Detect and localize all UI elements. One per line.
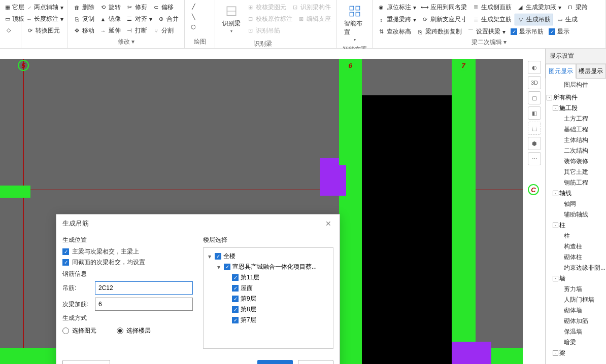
tree-node[interactable]: 砌体加筋	[546, 316, 606, 326]
delete-button[interactable]: 🗑删除	[71, 2, 96, 13]
floor-tree-item[interactable]: ✓屋面	[207, 283, 330, 294]
tree-node[interactable]: 柱	[546, 231, 606, 241]
tree-node[interactable]: 基础工程	[546, 124, 606, 135]
view-tool-cube[interactable]: ▢	[528, 91, 541, 104]
floor-tree-item[interactable]: ✓第7层	[207, 315, 330, 325]
floor-tree[interactable]: ▾✓全楼 ▾✓宣恩县产城融合一体化项目蔡... ✓第11层✓屋面✓第9层✓第8层…	[203, 247, 333, 349]
tree-node[interactable]: 土方工程	[546, 114, 606, 124]
identify-beam-big[interactable]: 识别梁▾	[218, 2, 245, 46]
span-data-copy[interactable]: ⎘梁跨数据复制	[414, 26, 464, 37]
svg-rect-2	[350, 6, 354, 10]
verify-origin-annotation[interactable]: ⊟校核原位标注	[245, 14, 294, 24]
same-section-sub-check[interactable]: ✓同截面的次梁相交，均设置	[62, 258, 193, 267]
gen-erection-rebar[interactable]: ≣生成架立筋	[470, 14, 514, 25]
ribbon-item[interactable]: ▦它层	[3, 2, 18, 13]
move-button[interactable]: ✥移动	[71, 25, 96, 36]
view-help-button[interactable]: 查看说明	[62, 360, 110, 364]
offset-button[interactable]: ⊂偏移	[150, 2, 176, 13]
tree-node[interactable]: -梁	[546, 348, 606, 358]
ribbon-item[interactable]: ▭顶板	[3, 14, 18, 24]
select-floor-radio[interactable]: 选择楼层	[117, 326, 151, 335]
tree-node[interactable]: 构造柱	[546, 241, 606, 252]
tree-node[interactable]: 砌体柱	[546, 252, 606, 263]
component-tree[interactable]: -所有构件-施工段土方工程基础工程主体结构二次结构装饰装修其它土建钢筋工程-轴线…	[546, 91, 606, 364]
tree-node[interactable]: 其它土建	[546, 167, 606, 177]
cancel-button[interactable]: 取消	[298, 360, 333, 364]
tree-node[interactable]: -墙	[546, 273, 606, 284]
close-icon[interactable]: ✕	[323, 219, 333, 229]
refresh-support-dim[interactable]: ⟳刷新支座尺寸	[419, 14, 469, 25]
extend-button[interactable]: →延伸	[97, 25, 123, 36]
tree-node[interactable]: 约束边缘非阴...	[546, 263, 606, 273]
svg-rect-3	[356, 6, 360, 10]
set-arch-beam[interactable]: ⌒设置拱梁 ▾	[465, 26, 508, 37]
gen-stirrup-button[interactable]: ▽生成吊筋	[515, 14, 553, 25]
draw-line[interactable]: ╱	[188, 2, 212, 11]
apply-same-beam[interactable]: ⟷应用到同名梁	[419, 2, 469, 13]
show-check[interactable]: ✓显示	[547, 26, 571, 37]
tree-node[interactable]: 主体结构	[546, 135, 606, 145]
check-elevation[interactable]: ⇅查改标高	[376, 26, 413, 37]
tree-node[interactable]: 暗梁	[546, 337, 606, 348]
floor-tree-item[interactable]: ✓第8层	[207, 304, 330, 315]
trim-button[interactable]: ✂修剪	[124, 2, 149, 13]
identify-beam-component[interactable]: ⊡识别梁构件	[289, 2, 333, 13]
break-button[interactable]: ⊣打断	[124, 25, 149, 36]
tab-floor-display[interactable]: 楼层显示	[576, 64, 607, 79]
split-button[interactable]: ⑂分割	[150, 25, 176, 36]
beam-span[interactable]: ⊓梁跨	[564, 2, 590, 13]
tree-node[interactable]: -轴线	[546, 188, 606, 199]
tree-node[interactable]: 轴网	[546, 199, 606, 209]
ok-button[interactable]: 确定	[257, 360, 293, 364]
gen-button[interactable]: ▭生成	[554, 14, 580, 25]
main-sub-intersect-check[interactable]: ✓主梁与次梁相交，主梁上	[62, 247, 193, 256]
section-label: 生成位置	[62, 236, 193, 244]
tree-node[interactable]: 人防门框墙	[546, 295, 606, 305]
origin-annotation[interactable]: ◉原位标注 ▾	[376, 2, 418, 13]
tree-node[interactable]: 辅助轴线	[546, 209, 606, 220]
identify-stirrup[interactable]: ⊡识别吊筋	[245, 25, 282, 36]
align-button[interactable]: ☰对齐 ▾	[124, 14, 154, 24]
view-tool-iso[interactable]: ◧	[528, 106, 541, 120]
tab-element-display[interactable]: 图元显示	[546, 64, 576, 79]
tree-node[interactable]: 钢筋工程	[546, 177, 606, 188]
tree-node[interactable]: -施工段	[546, 103, 606, 114]
show-stirrup-check[interactable]: ✓显示吊筋	[509, 26, 546, 37]
view-tool-more[interactable]: ⋯	[528, 152, 541, 165]
convert-element[interactable]: ⟳转换图元	[24, 25, 64, 36]
view-tool-globe[interactable]: ◐	[528, 61, 541, 74]
rotate-button[interactable]: ⟲旋转	[97, 2, 123, 13]
select-element-radio[interactable]: 选择图元	[62, 326, 96, 335]
floor-tree-item[interactable]: ✓第9层	[207, 294, 330, 304]
tree-node[interactable]: 保温墙	[546, 326, 606, 337]
view-tool-select[interactable]: ⬚	[528, 122, 541, 135]
sub-beam-rebar-input[interactable]	[95, 298, 193, 311]
smart-layout-big[interactable]: 智能布置▾	[340, 2, 369, 44]
tree-node[interactable]: -所有构件	[546, 92, 606, 103]
tree-node[interactable]: 砌体墙	[546, 305, 606, 316]
tree-node[interactable]: 剪力墙	[546, 284, 606, 295]
gen-beam-haunch[interactable]: ◢生成梁加腋 ▾	[515, 2, 563, 13]
verify-beam-element[interactable]: ⊞校核梁图元	[245, 2, 288, 13]
drawing-canvas[interactable]: 5 6 7 C ◐ 3D ▢ ◧ ⬚ ⬢ ⋯ 生成吊筋 ✕ 生成位置	[0, 49, 545, 364]
section-label: 钢筋信息	[62, 270, 193, 278]
copy-button[interactable]: ⎘复制	[71, 14, 96, 24]
re-extract-span[interactable]: ↕重提梁跨 ▾	[376, 14, 418, 25]
stirrup-input[interactable]	[95, 281, 193, 295]
ribbon-item[interactable]: ◇	[3, 25, 18, 34]
tree-node[interactable]: -柱	[546, 220, 606, 231]
tree-node[interactable]: 二次结构	[546, 145, 606, 156]
two-point-aux-axis[interactable]: ⟋两点辅轴 ▾	[24, 2, 64, 13]
draw-tool[interactable]: ⬡	[188, 22, 212, 31]
length-annotation[interactable]: ↔长度标注 ▾	[24, 14, 64, 24]
view-tool-3d[interactable]: 3D	[528, 76, 541, 89]
draw-tool[interactable]: ╲	[188, 12, 212, 21]
merge-button[interactable]: ⊕合并	[155, 14, 181, 24]
edit-support[interactable]: ⊠编辑支座	[295, 14, 333, 24]
svg-rect-4	[350, 12, 354, 16]
gen-side-rebar[interactable]: ≣生成侧面筋	[470, 2, 514, 13]
tree-node[interactable]: 装饰装修	[546, 156, 606, 167]
floor-tree-item[interactable]: ✓第11层	[207, 272, 330, 283]
view-tool-box[interactable]: ⬢	[528, 137, 541, 150]
mirror-button[interactable]: ▲镜像	[97, 14, 123, 24]
